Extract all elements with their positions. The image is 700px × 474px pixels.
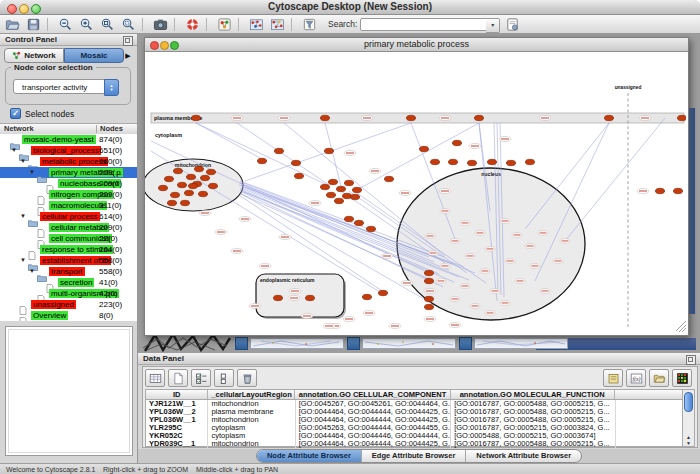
scrollbar-thumb[interactable] bbox=[684, 392, 693, 412]
formula-icon[interactable]: f(x) bbox=[626, 369, 646, 387]
network-view-window[interactable]: primary metabolic process plasma membran… bbox=[144, 37, 689, 336]
tree-row[interactable]: secretion41(0) bbox=[0, 277, 137, 288]
network-node[interactable] bbox=[448, 159, 457, 164]
tree-row[interactable]: cell communicati22(0) bbox=[0, 233, 137, 244]
table-cell[interactable]: [GO:0044464, GO:0044444, GO:0044425, G..… bbox=[296, 416, 452, 424]
network-node[interactable] bbox=[328, 179, 337, 184]
table-row[interactable]: YPL036W__1mitochondrion[GO:0044464, GO:0… bbox=[146, 416, 685, 424]
expand-arrow-icon[interactable]: ▼ bbox=[29, 169, 35, 176]
table-cell[interactable]: [GO:0045267, GO:0045261, GO:0044464, G..… bbox=[296, 400, 452, 408]
save-session-icon[interactable] bbox=[25, 16, 42, 32]
network-node[interactable] bbox=[344, 180, 353, 185]
table-row[interactable]: YKR052Ccytoplasm[GO:0044464, GO:0044446,… bbox=[146, 432, 685, 440]
network-node[interactable] bbox=[326, 192, 335, 197]
app-titlebar[interactable]: Cytoscape Desktop (New Session) bbox=[0, 0, 700, 15]
network-node[interactable] bbox=[170, 192, 179, 197]
network-node[interactable] bbox=[354, 220, 363, 225]
table-cell[interactable]: [GO:0016787, GO:0005215, GO:0003824, G..… bbox=[451, 424, 615, 432]
annotation-icon[interactable] bbox=[248, 16, 265, 32]
table-cell[interactable] bbox=[616, 440, 685, 448]
network-node[interactable] bbox=[191, 115, 200, 120]
zoom-button[interactable] bbox=[170, 41, 179, 50]
node-color-dropdown[interactable]: transporter activity ▲▼ bbox=[13, 79, 119, 94]
table-cell[interactable]: [GO:0005488, GO:0005215, GO:0003674] bbox=[451, 432, 615, 440]
network-node[interactable] bbox=[291, 160, 300, 165]
delete-attribute-icon[interactable] bbox=[237, 369, 257, 387]
network-node[interactable] bbox=[655, 188, 664, 193]
expand-arrow-icon[interactable]: ▼ bbox=[20, 213, 26, 220]
network-node[interactable] bbox=[180, 200, 189, 205]
network-node[interactable] bbox=[424, 304, 433, 309]
expand-arrow-icon[interactable]: ▼ bbox=[29, 268, 35, 275]
tree-row[interactable]: ▼primary metabolic p209(... bbox=[0, 167, 137, 178]
float-panel-icon[interactable] bbox=[123, 36, 133, 46]
filter-icon[interactable] bbox=[301, 16, 318, 32]
tab-overflow-arrow-icon[interactable]: ▶ bbox=[124, 52, 132, 60]
annotation-selected-icon[interactable] bbox=[269, 16, 286, 32]
network-node[interactable] bbox=[198, 191, 207, 196]
table-header-cell[interactable]: _cellularLayoutRegion bbox=[208, 390, 295, 399]
zoom-fit-icon[interactable] bbox=[99, 16, 116, 32]
zoom-in-icon[interactable] bbox=[78, 16, 95, 32]
tree-row[interactable]: ▼cellular process614(0) bbox=[0, 211, 137, 222]
network-node[interactable] bbox=[164, 176, 173, 181]
birdseye-view[interactable] bbox=[5, 326, 133, 456]
minimized-window[interactable] bbox=[459, 337, 568, 348]
table-cell[interactable]: mitochondrion bbox=[208, 416, 295, 424]
table-cell[interactable]: YLR295C bbox=[146, 424, 208, 432]
notepad-icon[interactable] bbox=[603, 369, 623, 387]
network-node[interactable] bbox=[336, 186, 345, 191]
table-cell[interactable] bbox=[616, 400, 685, 408]
tree-row[interactable]: response to stimulu264(0) bbox=[0, 244, 137, 255]
network-node[interactable] bbox=[406, 115, 415, 120]
import-attributes-icon[interactable] bbox=[649, 369, 669, 387]
tree-row[interactable]: ▼metabolic process280(0) bbox=[0, 156, 137, 167]
table-header-cell[interactable]: annotation.GO CELLULAR_COMPONENT bbox=[295, 390, 450, 399]
browser-tab[interactable]: Edge Attribute Browser bbox=[362, 450, 466, 462]
network-node[interactable] bbox=[257, 158, 266, 163]
network-node[interactable] bbox=[320, 184, 329, 189]
heatmap-icon[interactable] bbox=[672, 369, 692, 387]
minimized-window[interactable] bbox=[235, 337, 344, 348]
table-cell[interactable]: [GO:0044464, GO:0044446, GO:0044444, G..… bbox=[296, 432, 452, 440]
network-node[interactable] bbox=[487, 159, 496, 164]
table-cell[interactable]: YJR121W__1 bbox=[146, 400, 208, 408]
help-icon[interactable] bbox=[184, 16, 201, 32]
network-node[interactable] bbox=[305, 295, 314, 300]
vizmapper-icon[interactable] bbox=[216, 16, 233, 32]
network-node[interactable] bbox=[206, 169, 215, 174]
table-cell[interactable]: YPL036W__1 bbox=[146, 416, 208, 424]
table-cell[interactable]: YDR039C__1 bbox=[146, 440, 208, 448]
scrollbar-arrows-icon[interactable]: ▲▼ bbox=[683, 434, 694, 446]
table-cell[interactable]: [GO:0044464, GO:0044444, GO:0044425, G..… bbox=[296, 440, 452, 448]
network-node[interactable] bbox=[384, 176, 393, 181]
table-cell[interactable]: [GO:0045263, GO:0044444, GO:0044455, G..… bbox=[296, 424, 452, 432]
network-node[interactable] bbox=[334, 198, 343, 203]
network-node[interactable] bbox=[362, 294, 371, 299]
network-node[interactable] bbox=[167, 200, 176, 205]
minimize-button[interactable] bbox=[160, 41, 169, 50]
network-node[interactable] bbox=[320, 115, 329, 120]
zoom-out-icon[interactable] bbox=[57, 16, 74, 32]
tree-row[interactable]: ▼biological_process651(0) bbox=[0, 145, 137, 156]
network-node[interactable] bbox=[604, 115, 613, 120]
expand-arrow-icon[interactable]: ▼ bbox=[11, 147, 17, 154]
table-row[interactable]: YLR295Ccytoplasm[GO:0045263, GO:0044444,… bbox=[146, 424, 685, 432]
network-node[interactable] bbox=[350, 194, 359, 199]
browser-tab[interactable]: Node Attribute Browser bbox=[257, 450, 362, 462]
table-cell[interactable] bbox=[616, 408, 685, 416]
network-node[interactable] bbox=[419, 146, 428, 151]
new-attribute-icon[interactable] bbox=[168, 369, 188, 387]
network-node[interactable] bbox=[274, 148, 283, 153]
table-cell[interactable]: mitochondrion bbox=[208, 400, 295, 408]
zoom-selected-icon[interactable] bbox=[120, 16, 137, 32]
table-header-cell[interactable]: annotation.GO MOLECULAR_FUNCTION bbox=[451, 390, 615, 399]
table-cell[interactable] bbox=[616, 416, 685, 424]
attribute-grid-icon[interactable] bbox=[145, 369, 165, 387]
network-node[interactable] bbox=[677, 115, 686, 120]
tree-row[interactable]: macromolecule311(0) bbox=[0, 200, 137, 211]
network-node[interactable] bbox=[378, 290, 387, 295]
table-cell[interactable]: [GO:0016787, GO:0005488, GO:0005215, G..… bbox=[451, 440, 615, 448]
table-header-cell[interactable] bbox=[615, 390, 685, 399]
expand-arrow-icon[interactable]: ▼ bbox=[20, 257, 26, 264]
